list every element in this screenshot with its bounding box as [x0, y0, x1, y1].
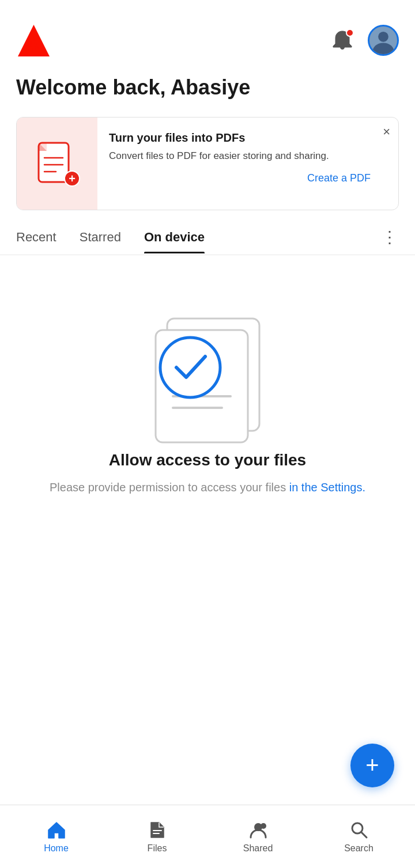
svg-text:A: A: [22, 33, 38, 56]
nav-label-shared: Shared: [243, 843, 273, 854]
tab-recent[interactable]: Recent: [16, 230, 56, 253]
adobe-logo: A: [16, 23, 51, 58]
allow-access-title: Allow access to your files: [109, 451, 306, 469]
settings-link[interactable]: in the Settings.: [289, 481, 365, 494]
promo-close-button[interactable]: ×: [383, 126, 390, 138]
tab-on-device[interactable]: On device: [144, 230, 205, 253]
nav-item-files[interactable]: Files: [107, 814, 207, 859]
allow-desc-text: Please provide permission to access your…: [50, 481, 289, 494]
notifications-button[interactable]: [329, 26, 356, 54]
header-actions: [329, 25, 399, 56]
promo-card: + Turn your files into PDFs Convert file…: [16, 117, 399, 210]
shared-icon: [248, 820, 268, 840]
user-avatar[interactable]: [368, 25, 399, 56]
nav-item-search[interactable]: Search: [308, 814, 409, 859]
tab-starred[interactable]: Starred: [80, 230, 121, 253]
nav-label-search: Search: [344, 843, 373, 854]
nav-label-home: Home: [44, 843, 69, 854]
tabs-bar: Recent Starred On device ⋮: [0, 210, 415, 255]
welcome-heading: Welcome back, Abasiye: [16, 75, 399, 100]
app-header: A: [0, 0, 415, 69]
svg-line-17: [361, 832, 367, 837]
svg-point-11: [160, 338, 220, 397]
welcome-section: Welcome back, Abasiye: [0, 69, 415, 117]
files-illustration: [133, 290, 282, 451]
search-icon: [349, 820, 369, 840]
promo-subtitle: Convert files to PDF for easier storing …: [109, 149, 371, 163]
svg-point-2: [378, 32, 388, 42]
promo-title: Turn your files into PDFs: [109, 131, 371, 145]
notification-badge: [346, 29, 354, 37]
tabs-more-button[interactable]: ⋮: [382, 228, 399, 255]
home-icon: [47, 820, 66, 840]
pdf-convert-icon: +: [34, 141, 80, 187]
svg-point-15: [261, 823, 266, 829]
create-pdf-link[interactable]: Create a PDF: [307, 172, 371, 184]
nav-item-shared[interactable]: Shared: [207, 814, 308, 859]
promo-illustration: +: [17, 117, 97, 210]
add-icon: +: [365, 753, 379, 776]
add-fab-button[interactable]: +: [350, 744, 394, 787]
tabs-list: Recent Starred On device: [16, 230, 205, 253]
files-icon: [148, 820, 167, 840]
bottom-navigation: Home Files Shared Search: [0, 805, 415, 868]
nav-item-home[interactable]: Home: [6, 814, 107, 859]
add-pdf-icon: +: [64, 170, 80, 187]
empty-state: Allow access to your files Please provid…: [0, 255, 415, 519]
nav-label-files: Files: [148, 843, 167, 854]
allow-access-description: Please provide permission to access your…: [50, 479, 365, 496]
promo-content: Turn your files into PDFs Convert files …: [97, 117, 398, 210]
